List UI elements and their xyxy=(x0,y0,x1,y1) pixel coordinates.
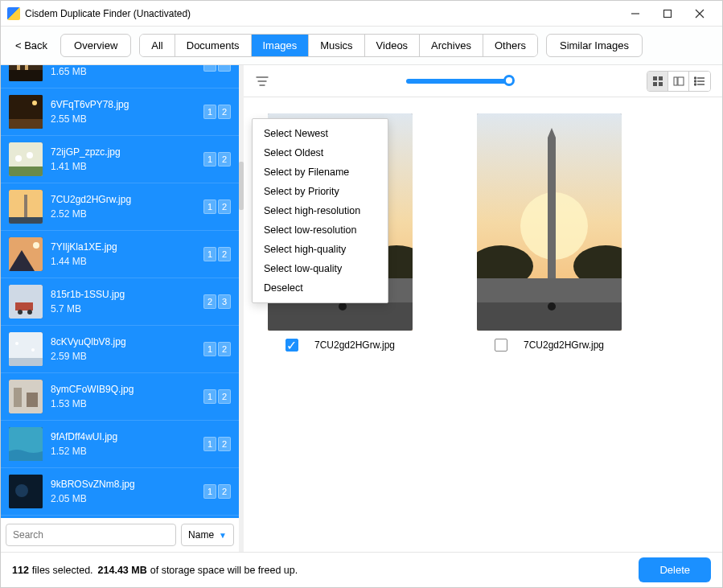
similar-images-button[interactable]: Similar Images xyxy=(546,34,643,57)
file-name: 8cKVyuQlbV8.jpg xyxy=(51,336,195,347)
file-size: 1.53 MB xyxy=(51,398,195,409)
count-badge: 1 xyxy=(203,389,216,404)
list-item[interactable]: ...1.65 MB xyxy=(1,65,239,88)
back-button[interactable]: < Back xyxy=(10,36,52,55)
count-badge: 2 xyxy=(218,389,231,404)
tab-all[interactable]: All xyxy=(140,35,175,56)
svg-point-47 xyxy=(695,77,696,79)
menu-item[interactable]: Select by Filename xyxy=(253,162,388,182)
list-item[interactable]: 6VFqT6vPY78.jpg2.55 MB12 xyxy=(1,88,239,136)
list-item[interactable]: 7CU2gd2HGrw.jpg2.52 MB12 xyxy=(1,183,239,231)
svg-point-13 xyxy=(27,152,33,158)
status-count-suffix: files selected. xyxy=(32,565,93,576)
count-badge xyxy=(203,65,216,72)
main-panel: ✓7CU2gd2HGrw.jpg7CU2gd2HGrw.jpg Select N… xyxy=(244,65,722,552)
badges: 12 xyxy=(203,484,231,499)
file-size: 2.59 MB xyxy=(51,351,195,362)
tab-documents[interactable]: Documents xyxy=(175,35,252,56)
status-count: 112 xyxy=(12,565,29,576)
slider-knob[interactable] xyxy=(503,75,515,86)
svg-rect-31 xyxy=(27,393,38,407)
close-button[interactable] xyxy=(684,2,716,26)
view-list-button[interactable] xyxy=(689,72,710,91)
count-badge xyxy=(218,65,231,72)
svg-point-26 xyxy=(15,342,18,345)
tab-others[interactable]: Others xyxy=(483,35,537,56)
menu-item[interactable]: Select by Priority xyxy=(253,182,388,201)
menu-item[interactable]: Select Oldest xyxy=(253,143,388,162)
svg-rect-39 xyxy=(659,76,663,80)
count-badge: 1 xyxy=(203,342,216,356)
thumbnail xyxy=(9,427,43,461)
list-item[interactable]: 8ymCFoWIB9Q.jpg1.53 MB12 xyxy=(1,373,239,421)
count-badge: 1 xyxy=(203,152,216,167)
overview-button[interactable]: Overview xyxy=(60,34,131,57)
menu-item[interactable]: Select high-resolution xyxy=(253,201,388,220)
list-item[interactable]: 9kBROSvZNm8.jpg2.05 MB12 xyxy=(1,468,239,516)
file-size: 5.7 MB xyxy=(51,303,195,315)
thumbnail xyxy=(9,95,43,129)
view-grid-button[interactable] xyxy=(647,72,668,91)
preview-checkbox[interactable] xyxy=(495,339,507,352)
svg-point-34 xyxy=(15,484,28,497)
status-size-suffix: of storage space will be freed up. xyxy=(150,565,298,576)
svg-rect-28 xyxy=(9,358,43,366)
thumbnail xyxy=(9,380,43,413)
svg-rect-14 xyxy=(9,167,43,176)
preview-checkbox[interactable]: ✓ xyxy=(286,339,298,352)
svg-rect-16 xyxy=(24,195,27,217)
preview-image[interactable] xyxy=(477,113,622,331)
count-badge: 1 xyxy=(203,199,216,214)
sidebar: ...1.65 MB6VFqT6vPY78.jpg2.55 MB1272ijGP… xyxy=(1,65,239,552)
file-size: 1.65 MB xyxy=(51,66,195,77)
file-size: 1.44 MB xyxy=(51,256,195,267)
zoom-slider[interactable] xyxy=(406,79,511,84)
svg-rect-7 xyxy=(25,65,28,70)
count-badge: 2 xyxy=(218,484,231,499)
view-columns-button[interactable] xyxy=(668,72,689,91)
selection-menu-icon[interactable] xyxy=(255,74,269,88)
list-item[interactable]: 72ijGP_zpzc.jpg1.41 MB12 xyxy=(1,136,239,183)
count-badge: 1 xyxy=(203,247,216,261)
badges: 12 xyxy=(203,342,231,356)
maximize-button[interactable] xyxy=(651,2,684,26)
badges: 23 xyxy=(203,294,231,309)
file-name: 8ymCFoWIB9Q.jpg xyxy=(51,384,195,395)
preview-filename: 7CU2gd2HGrw.jpg xyxy=(314,339,395,351)
tab-musics[interactable]: Musics xyxy=(309,35,364,56)
thumbnail xyxy=(9,65,43,81)
svg-rect-1 xyxy=(664,10,672,17)
menu-item[interactable]: Deselect xyxy=(253,278,388,298)
list-item[interactable]: 815r1b-1SSU.jpg5.7 MB23 xyxy=(1,278,239,326)
thumbnail xyxy=(9,285,43,319)
delete-button[interactable]: Delete xyxy=(639,557,711,582)
count-badge: 2 xyxy=(203,294,216,309)
sort-dropdown[interactable]: Name ▼ xyxy=(181,524,234,546)
svg-rect-9 xyxy=(9,119,43,129)
chevron-down-icon: ▼ xyxy=(219,531,227,540)
file-name: 9fAfDff4wUI.jpg xyxy=(51,431,195,442)
tab-images[interactable]: Images xyxy=(252,35,310,56)
badges: 12 xyxy=(203,389,231,404)
svg-rect-5 xyxy=(9,70,43,81)
tab-archives[interactable]: Archives xyxy=(420,35,483,56)
menu-item[interactable]: Select low-quality xyxy=(253,259,388,278)
menu-item[interactable]: Select low-resolution xyxy=(253,220,388,240)
minimize-button[interactable] xyxy=(619,2,651,26)
list-item[interactable]: 7YIljKla1XE.jpg1.44 MB12 xyxy=(1,231,239,278)
svg-point-23 xyxy=(18,310,23,315)
menu-item[interactable]: Select Newest xyxy=(253,124,388,143)
list-item[interactable]: 9fAfDff4wUI.jpg1.52 MB12 xyxy=(1,421,239,468)
menu-item[interactable]: Select high-quality xyxy=(253,240,388,259)
view-toggle xyxy=(647,71,711,92)
window-title: Cisdem Duplicate Finder (Unactivated) xyxy=(25,8,619,19)
svg-rect-61 xyxy=(548,138,556,282)
badges: 12 xyxy=(203,437,231,451)
file-name: 72ijGP_zpzc.jpg xyxy=(51,146,195,158)
count-badge: 2 xyxy=(218,247,231,261)
svg-point-49 xyxy=(695,84,696,85)
titlebar: Cisdem Duplicate Finder (Unactivated) xyxy=(1,1,722,27)
search-input[interactable] xyxy=(6,524,176,546)
tab-videos[interactable]: Videos xyxy=(365,35,421,56)
list-item[interactable]: 8cKVyuQlbV8.jpg2.59 MB12 xyxy=(1,326,239,373)
